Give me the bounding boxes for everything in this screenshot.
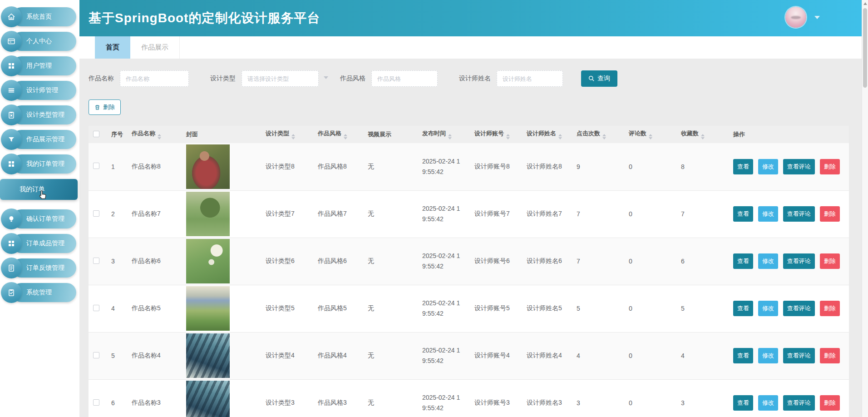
work-style-input[interactable]: [371, 70, 438, 87]
table-row: 1 作品名称8 设计类型8 作品风格8 无 2025-02-24 19:55:4…: [89, 143, 849, 190]
cell-seq: 3: [107, 238, 127, 285]
cover-image[interactable]: [186, 381, 230, 417]
cell-video: 无: [363, 190, 418, 238]
app-window: 系统首页 个人中心 用户管理 设计师管理 设计类型管理: [0, 0, 868, 417]
search-button[interactable]: 查询: [581, 70, 617, 87]
cell-name: 作品名称7: [127, 190, 182, 238]
sort-carets-icon[interactable]: [344, 134, 347, 139]
col-seq: 序号: [107, 126, 127, 143]
sidebar-item-label: 作品展示管理: [26, 135, 64, 144]
row-checkbox[interactable]: [93, 305, 99, 311]
cell-video: 无: [363, 285, 418, 332]
cover-image[interactable]: [186, 239, 230, 283]
cover-image[interactable]: [186, 286, 230, 331]
row-checkbox[interactable]: [93, 210, 99, 217]
designer-name-input[interactable]: [497, 70, 563, 87]
sidebar-item-my-order-management[interactable]: 我的订单管理: [0, 154, 79, 174]
edit-button[interactable]: 修改: [758, 301, 778, 316]
edit-button[interactable]: 修改: [758, 253, 778, 269]
sort-carets-icon[interactable]: [649, 134, 652, 139]
table-row: 4 作品名称5 设计类型5 作品风格5 无 2025-02-24 19:55:4…: [89, 285, 849, 332]
view-button[interactable]: 查看: [733, 253, 753, 269]
tab-home[interactable]: 首页: [95, 36, 130, 59]
col-name: 作品名称: [127, 126, 182, 143]
row-checkbox[interactable]: [93, 352, 99, 358]
col-type: 设计类型: [261, 126, 313, 143]
select-all-checkbox[interactable]: [93, 131, 99, 137]
app-header: 基于SpringBoot的定制化设计服务平台: [79, 0, 862, 36]
sort-carets-icon[interactable]: [602, 134, 606, 139]
view-comments-button[interactable]: 查看评论: [783, 159, 815, 174]
scroll-up-arrow-icon[interactable]: [863, 2, 867, 5]
view-button[interactable]: 查看: [733, 159, 753, 174]
sort-carets-icon[interactable]: [506, 134, 510, 139]
delete-button[interactable]: 删除: [820, 301, 840, 316]
cover-image[interactable]: [186, 144, 230, 189]
sidebar-item-user-management[interactable]: 用户管理: [0, 56, 79, 75]
sidebar-item-system-home[interactable]: 系统首页: [0, 7, 79, 26]
edit-button[interactable]: 修改: [758, 159, 778, 174]
sidebar-item-confirm-order-management[interactable]: 确认订单管理: [0, 209, 79, 228]
cell-type: 设计类型6: [261, 238, 313, 285]
table-row: 5 作品名称4 设计类型4 作品风格4 无 2025-02-24 19:55:4…: [89, 332, 849, 379]
cover-image[interactable]: [186, 333, 230, 378]
view-comments-button[interactable]: 查看评论: [783, 206, 815, 222]
delete-button[interactable]: 删除: [820, 395, 840, 411]
cell-favorites: 4: [676, 332, 729, 379]
search-icon: [588, 75, 595, 82]
sort-carets-icon[interactable]: [558, 134, 562, 139]
edit-button[interactable]: 修改: [758, 206, 778, 222]
cell-time: 2025-02-24 19:55:42: [418, 143, 470, 190]
delete-button[interactable]: 删除: [820, 253, 840, 269]
edit-button[interactable]: 修改: [758, 348, 778, 363]
cell-comments: 0: [624, 190, 676, 238]
sidebar: 系统首页 个人中心 用户管理 设计师管理 设计类型管理: [0, 0, 79, 417]
sidebar-item-works-display-management[interactable]: 作品展示管理: [0, 130, 79, 149]
sort-carets-icon[interactable]: [291, 134, 295, 139]
delete-button[interactable]: 删除: [820, 206, 840, 222]
cell-designer: 设计师姓名5: [522, 285, 572, 332]
cell-comments: 0: [624, 143, 676, 190]
avatar[interactable]: [785, 7, 806, 28]
cell-seq: 2: [107, 190, 127, 238]
row-checkbox[interactable]: [93, 163, 99, 169]
view-comments-button[interactable]: 查看评论: [783, 301, 815, 316]
view-button[interactable]: 查看: [733, 348, 753, 363]
tab-works-display[interactable]: 作品展示: [130, 36, 180, 59]
scrollbar-thumb[interactable]: [863, 8, 867, 88]
sidebar-item-order-product-management[interactable]: 订单成品管理: [0, 234, 79, 253]
sidebar-item-personal-center[interactable]: 个人中心: [0, 32, 79, 51]
cover-image[interactable]: [186, 192, 230, 236]
sidebar-item-system-management[interactable]: 系统管理: [0, 283, 79, 302]
vertical-scrollbar[interactable]: [862, 0, 868, 417]
sidebar-item-order-feedback-management[interactable]: 订单反馈管理: [0, 258, 79, 278]
edit-button[interactable]: 修改: [758, 395, 778, 411]
grid-icon: [1, 233, 22, 254]
row-checkbox[interactable]: [93, 258, 99, 264]
delete-button[interactable]: 删除: [820, 159, 840, 174]
sidebar-item-designer-management[interactable]: 设计师管理: [0, 81, 79, 100]
col-designer: 设计师姓名: [522, 126, 572, 143]
cell-account: 设计师账号5: [470, 285, 522, 332]
design-type-select[interactable]: [242, 70, 319, 87]
grid-icon: [1, 55, 22, 76]
view-button[interactable]: 查看: [733, 206, 753, 222]
work-name-input[interactable]: [120, 70, 189, 87]
view-button[interactable]: 查看: [733, 395, 753, 411]
row-checkbox[interactable]: [93, 399, 99, 406]
sort-carets-icon[interactable]: [701, 134, 705, 139]
sort-carets-icon[interactable]: [158, 134, 161, 139]
view-button[interactable]: 查看: [733, 301, 753, 316]
cell-style: 作品风格5: [313, 285, 363, 332]
chevron-down-icon: [324, 76, 328, 79]
bulk-delete-button[interactable]: 删除: [89, 99, 121, 115]
delete-button[interactable]: 删除: [820, 348, 840, 363]
view-comments-button[interactable]: 查看评论: [783, 253, 815, 269]
view-comments-button[interactable]: 查看评论: [783, 395, 815, 411]
view-comments-button[interactable]: 查看评论: [783, 348, 815, 363]
sidebar-item-design-type-management[interactable]: 设计类型管理: [0, 105, 79, 124]
sort-carets-icon[interactable]: [448, 134, 452, 139]
cell-type: 设计类型3: [261, 379, 313, 417]
sidebar-item-my-orders[interactable]: 我的订单: [0, 179, 79, 200]
chevron-down-icon[interactable]: [814, 16, 820, 19]
